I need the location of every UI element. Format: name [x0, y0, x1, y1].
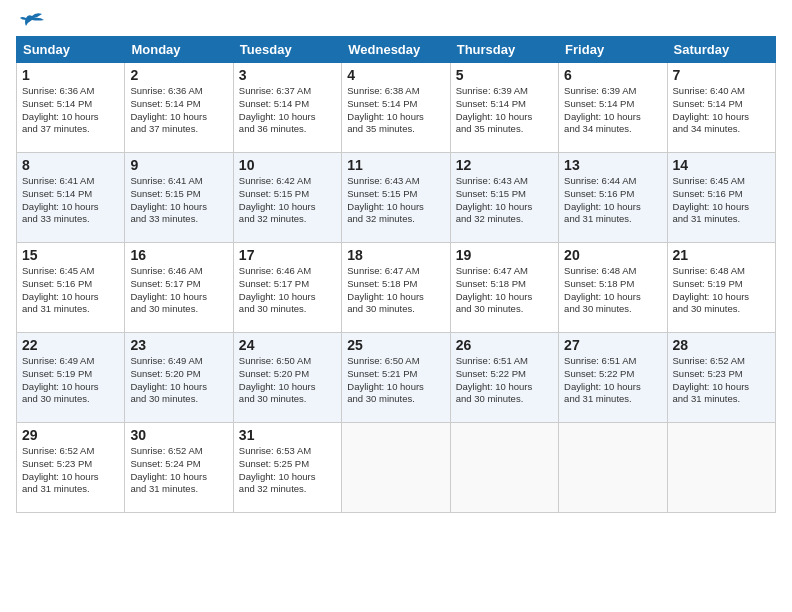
logo: [16, 16, 46, 28]
day-cell-28: 28Sunrise: 6:52 AM Sunset: 5:23 PM Dayli…: [667, 333, 775, 423]
day-cell-14: 14Sunrise: 6:45 AM Sunset: 5:16 PM Dayli…: [667, 153, 775, 243]
day-info: Sunrise: 6:46 AM Sunset: 5:17 PM Dayligh…: [239, 265, 336, 316]
day-cell-2: 2Sunrise: 6:36 AM Sunset: 5:14 PM Daylig…: [125, 63, 233, 153]
day-info: Sunrise: 6:43 AM Sunset: 5:15 PM Dayligh…: [456, 175, 553, 226]
day-info: Sunrise: 6:37 AM Sunset: 5:14 PM Dayligh…: [239, 85, 336, 136]
calendar-header-row: SundayMondayTuesdayWednesdayThursdayFrid…: [17, 37, 776, 63]
day-number: 5: [456, 67, 553, 83]
day-info: Sunrise: 6:46 AM Sunset: 5:17 PM Dayligh…: [130, 265, 227, 316]
day-header-monday: Monday: [125, 37, 233, 63]
day-number: 31: [239, 427, 336, 443]
day-info: Sunrise: 6:47 AM Sunset: 5:18 PM Dayligh…: [456, 265, 553, 316]
day-info: Sunrise: 6:49 AM Sunset: 5:19 PM Dayligh…: [22, 355, 119, 406]
day-info: Sunrise: 6:38 AM Sunset: 5:14 PM Dayligh…: [347, 85, 444, 136]
day-info: Sunrise: 6:53 AM Sunset: 5:25 PM Dayligh…: [239, 445, 336, 496]
day-number: 23: [130, 337, 227, 353]
day-cell-13: 13Sunrise: 6:44 AM Sunset: 5:16 PM Dayli…: [559, 153, 667, 243]
empty-cell: [559, 423, 667, 513]
calendar-week-2: 8Sunrise: 6:41 AM Sunset: 5:14 PM Daylig…: [17, 153, 776, 243]
day-number: 18: [347, 247, 444, 263]
day-cell-24: 24Sunrise: 6:50 AM Sunset: 5:20 PM Dayli…: [233, 333, 341, 423]
day-info: Sunrise: 6:39 AM Sunset: 5:14 PM Dayligh…: [456, 85, 553, 136]
day-info: Sunrise: 6:39 AM Sunset: 5:14 PM Dayligh…: [564, 85, 661, 136]
day-info: Sunrise: 6:51 AM Sunset: 5:22 PM Dayligh…: [564, 355, 661, 406]
day-cell-16: 16Sunrise: 6:46 AM Sunset: 5:17 PM Dayli…: [125, 243, 233, 333]
day-info: Sunrise: 6:47 AM Sunset: 5:18 PM Dayligh…: [347, 265, 444, 316]
page-header: [16, 16, 776, 28]
day-cell-27: 27Sunrise: 6:51 AM Sunset: 5:22 PM Dayli…: [559, 333, 667, 423]
day-number: 26: [456, 337, 553, 353]
day-info: Sunrise: 6:52 AM Sunset: 5:23 PM Dayligh…: [22, 445, 119, 496]
day-number: 10: [239, 157, 336, 173]
empty-cell: [450, 423, 558, 513]
day-number: 19: [456, 247, 553, 263]
day-cell-26: 26Sunrise: 6:51 AM Sunset: 5:22 PM Dayli…: [450, 333, 558, 423]
day-header-sunday: Sunday: [17, 37, 125, 63]
day-number: 4: [347, 67, 444, 83]
day-info: Sunrise: 6:45 AM Sunset: 5:16 PM Dayligh…: [673, 175, 770, 226]
day-cell-5: 5Sunrise: 6:39 AM Sunset: 5:14 PM Daylig…: [450, 63, 558, 153]
calendar-table: SundayMondayTuesdayWednesdayThursdayFrid…: [16, 36, 776, 513]
day-header-friday: Friday: [559, 37, 667, 63]
day-number: 9: [130, 157, 227, 173]
day-number: 3: [239, 67, 336, 83]
day-number: 12: [456, 157, 553, 173]
day-number: 24: [239, 337, 336, 353]
day-info: Sunrise: 6:36 AM Sunset: 5:14 PM Dayligh…: [130, 85, 227, 136]
empty-cell: [667, 423, 775, 513]
day-info: Sunrise: 6:41 AM Sunset: 5:15 PM Dayligh…: [130, 175, 227, 226]
day-info: Sunrise: 6:36 AM Sunset: 5:14 PM Dayligh…: [22, 85, 119, 136]
day-info: Sunrise: 6:42 AM Sunset: 5:15 PM Dayligh…: [239, 175, 336, 226]
day-info: Sunrise: 6:43 AM Sunset: 5:15 PM Dayligh…: [347, 175, 444, 226]
day-cell-25: 25Sunrise: 6:50 AM Sunset: 5:21 PM Dayli…: [342, 333, 450, 423]
day-cell-22: 22Sunrise: 6:49 AM Sunset: 5:19 PM Dayli…: [17, 333, 125, 423]
day-cell-9: 9Sunrise: 6:41 AM Sunset: 5:15 PM Daylig…: [125, 153, 233, 243]
day-number: 27: [564, 337, 661, 353]
day-header-tuesday: Tuesday: [233, 37, 341, 63]
day-cell-20: 20Sunrise: 6:48 AM Sunset: 5:18 PM Dayli…: [559, 243, 667, 333]
day-info: Sunrise: 6:50 AM Sunset: 5:21 PM Dayligh…: [347, 355, 444, 406]
empty-cell: [342, 423, 450, 513]
day-number: 29: [22, 427, 119, 443]
logo-bird-icon: [18, 12, 46, 32]
day-cell-19: 19Sunrise: 6:47 AM Sunset: 5:18 PM Dayli…: [450, 243, 558, 333]
day-number: 20: [564, 247, 661, 263]
day-number: 6: [564, 67, 661, 83]
day-cell-10: 10Sunrise: 6:42 AM Sunset: 5:15 PM Dayli…: [233, 153, 341, 243]
day-info: Sunrise: 6:41 AM Sunset: 5:14 PM Dayligh…: [22, 175, 119, 226]
day-info: Sunrise: 6:45 AM Sunset: 5:16 PM Dayligh…: [22, 265, 119, 316]
day-cell-21: 21Sunrise: 6:48 AM Sunset: 5:19 PM Dayli…: [667, 243, 775, 333]
day-info: Sunrise: 6:51 AM Sunset: 5:22 PM Dayligh…: [456, 355, 553, 406]
day-number: 14: [673, 157, 770, 173]
day-cell-31: 31Sunrise: 6:53 AM Sunset: 5:25 PM Dayli…: [233, 423, 341, 513]
day-info: Sunrise: 6:52 AM Sunset: 5:23 PM Dayligh…: [673, 355, 770, 406]
day-cell-4: 4Sunrise: 6:38 AM Sunset: 5:14 PM Daylig…: [342, 63, 450, 153]
day-info: Sunrise: 6:52 AM Sunset: 5:24 PM Dayligh…: [130, 445, 227, 496]
day-cell-7: 7Sunrise: 6:40 AM Sunset: 5:14 PM Daylig…: [667, 63, 775, 153]
day-cell-29: 29Sunrise: 6:52 AM Sunset: 5:23 PM Dayli…: [17, 423, 125, 513]
day-cell-17: 17Sunrise: 6:46 AM Sunset: 5:17 PM Dayli…: [233, 243, 341, 333]
day-cell-6: 6Sunrise: 6:39 AM Sunset: 5:14 PM Daylig…: [559, 63, 667, 153]
day-info: Sunrise: 6:50 AM Sunset: 5:20 PM Dayligh…: [239, 355, 336, 406]
day-number: 2: [130, 67, 227, 83]
day-number: 11: [347, 157, 444, 173]
day-info: Sunrise: 6:40 AM Sunset: 5:14 PM Dayligh…: [673, 85, 770, 136]
day-cell-18: 18Sunrise: 6:47 AM Sunset: 5:18 PM Dayli…: [342, 243, 450, 333]
day-cell-23: 23Sunrise: 6:49 AM Sunset: 5:20 PM Dayli…: [125, 333, 233, 423]
day-cell-12: 12Sunrise: 6:43 AM Sunset: 5:15 PM Dayli…: [450, 153, 558, 243]
day-header-thursday: Thursday: [450, 37, 558, 63]
calendar-week-3: 15Sunrise: 6:45 AM Sunset: 5:16 PM Dayli…: [17, 243, 776, 333]
day-cell-3: 3Sunrise: 6:37 AM Sunset: 5:14 PM Daylig…: [233, 63, 341, 153]
day-info: Sunrise: 6:48 AM Sunset: 5:18 PM Dayligh…: [564, 265, 661, 316]
day-header-wednesday: Wednesday: [342, 37, 450, 63]
day-header-saturday: Saturday: [667, 37, 775, 63]
calendar-week-1: 1Sunrise: 6:36 AM Sunset: 5:14 PM Daylig…: [17, 63, 776, 153]
day-cell-15: 15Sunrise: 6:45 AM Sunset: 5:16 PM Dayli…: [17, 243, 125, 333]
day-number: 1: [22, 67, 119, 83]
day-number: 25: [347, 337, 444, 353]
day-number: 16: [130, 247, 227, 263]
day-info: Sunrise: 6:44 AM Sunset: 5:16 PM Dayligh…: [564, 175, 661, 226]
day-number: 28: [673, 337, 770, 353]
day-number: 22: [22, 337, 119, 353]
day-number: 30: [130, 427, 227, 443]
